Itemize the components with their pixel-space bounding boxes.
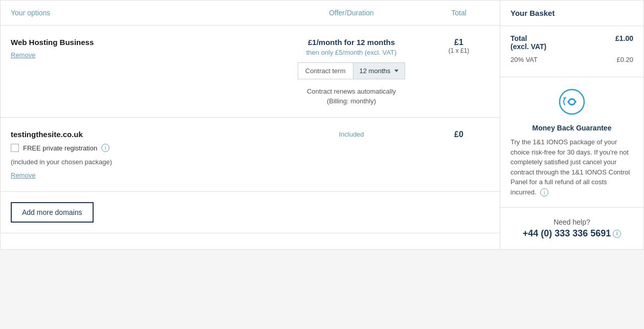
basket-total-label-line2: (excl. VAT) — [510, 42, 546, 51]
domain-offer-column: Included — [275, 130, 428, 138]
free-registration-checkbox[interactable] — [11, 144, 19, 152]
product-offer-sub: then only £5/month (excl. VAT) — [275, 49, 428, 56]
product-total-price: £1 — [428, 38, 490, 47]
your-options-header: Your options — [11, 9, 275, 17]
domain-remove-link[interactable]: Remove — [11, 171, 35, 179]
contract-term-value: 12 months — [360, 67, 391, 75]
help-section: Need help? +44 (0) 333 336 5691 i — [500, 208, 643, 249]
add-domains-button[interactable]: Add more domains — [11, 202, 94, 223]
product-info: Web Hosting Business Remove — [11, 38, 275, 59]
product-row: Web Hosting Business Remove £1/month for… — [1, 26, 500, 118]
included-note: (included in your chosen package) — [11, 158, 275, 166]
basket-vat-value: £0.20 — [616, 56, 633, 63]
basket-header: Your Basket — [500, 1, 643, 26]
basket-total-label-line1: Total — [510, 34, 546, 42]
contract-term-box: Contract term 12 months — [298, 62, 405, 79]
product-offer-main: £1/month for 12 months — [275, 38, 428, 47]
contract-renews-text: Contract renews automatically — [275, 87, 428, 95]
domain-row: testingthesite.co.uk FREE private regist… — [1, 118, 500, 192]
contract-term-select[interactable]: 12 months — [353, 63, 405, 79]
domain-info: testingthesite.co.uk FREE private regist… — [11, 130, 275, 179]
contract-term-label: Contract term — [298, 63, 353, 79]
offer-duration-header: Offer/Duration — [275, 9, 428, 17]
money-back-info-icon[interactable]: i — [540, 188, 548, 196]
right-panel: Your Basket Total (excl. VAT) £1.00 20% … — [500, 1, 643, 249]
money-back-icon — [510, 87, 633, 118]
phone-number: +44 (0) 333 336 5691 i — [510, 228, 633, 239]
product-total-column: £1 (1 x £1) — [428, 38, 490, 54]
basket-total-value: £1.00 — [615, 34, 633, 51]
table-header: Your options Offer/Duration Total — [1, 1, 500, 26]
domain-total-column: £0 — [428, 130, 490, 139]
need-help-label: Need help? — [510, 218, 633, 226]
product-name: Web Hosting Business — [11, 38, 275, 47]
basket-total-row: Total (excl. VAT) £1.00 — [510, 34, 633, 51]
basket-total-label: Total (excl. VAT) — [510, 34, 546, 51]
billing-info: (Billing: monthly) — [275, 97, 428, 105]
money-back-title: Money Back Guarantee — [510, 124, 633, 132]
phone-info-icon[interactable]: i — [613, 230, 621, 238]
basket-vat-label: 20% VAT — [510, 56, 538, 63]
chevron-down-icon — [394, 70, 398, 72]
product-offer-column: £1/month for 12 months then only £5/mont… — [275, 38, 428, 105]
add-domains-row: Add more domains — [1, 192, 500, 233]
money-back-section: Money Back Guarantee Try the 1&1 IONOS p… — [500, 77, 643, 208]
money-back-text: Try the 1&1 IONOS package of your choice… — [510, 137, 633, 197]
domain-included-text: Included — [339, 130, 364, 138]
free-registration-row: FREE private registration i — [11, 144, 275, 152]
product-total-detail: (1 x £1) — [428, 47, 490, 54]
domain-name: testingthesite.co.uk — [11, 130, 275, 139]
basket-vat-row: 20% VAT £0.20 — [510, 56, 633, 63]
free-registration-label: FREE private registration — [23, 144, 97, 152]
product-remove-link[interactable]: Remove — [11, 51, 35, 59]
info-icon[interactable]: i — [101, 144, 109, 152]
domain-total-price: £0 — [428, 130, 490, 139]
basket-totals: Total (excl. VAT) £1.00 20% VAT £0.20 — [500, 26, 643, 77]
total-header: Total — [428, 9, 490, 17]
